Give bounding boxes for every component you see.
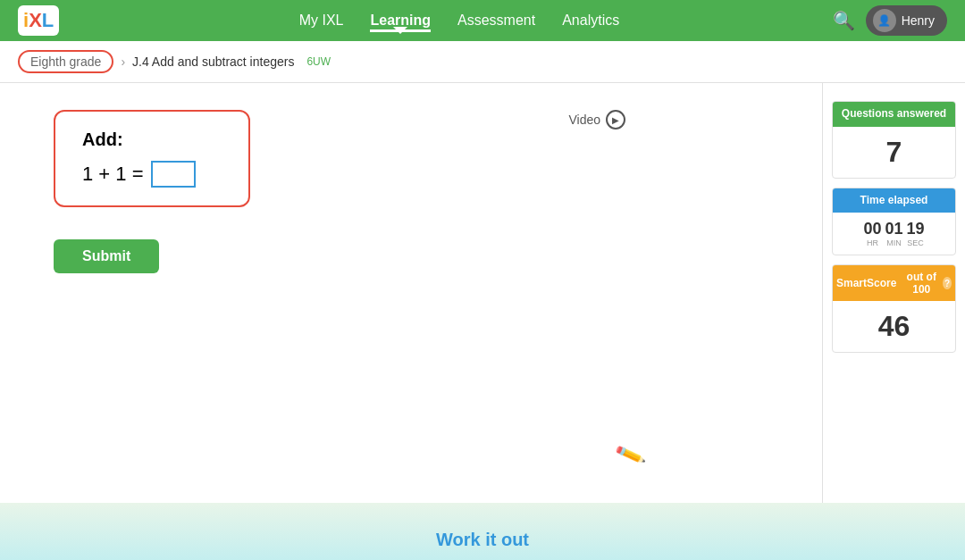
questions-answered-box: Questions answered 7	[832, 101, 956, 179]
main: Video ▶ Add: 1 + 1 = Submit ✏️ Questions…	[0, 83, 965, 503]
time-min-cell: 01 MIN	[885, 220, 902, 247]
equation-text: 1 + 1 =	[82, 163, 144, 186]
breadcrumb-code: 6UW	[306, 55, 331, 68]
user-menu-button[interactable]: 👤 Henry	[866, 5, 947, 36]
question-equation: 1 + 1 =	[82, 161, 222, 188]
nav-item-myixl: My IXL	[299, 13, 344, 29]
search-button[interactable]: 🔍	[833, 10, 855, 31]
video-play-icon: ▶	[606, 110, 625, 130]
avatar: 👤	[873, 9, 896, 32]
sidebar: Questions answered 7 Time elapsed 00 HR …	[822, 83, 965, 503]
username: Henry	[902, 13, 935, 28]
smartscore-box: SmartScore out of 100 ? 46	[832, 264, 956, 353]
nav-link-analytics[interactable]: Analytics	[562, 13, 619, 28]
question-label: Add:	[82, 130, 222, 150]
time-hr-value: 00	[863, 220, 881, 238]
logo[interactable]: i X L	[18, 5, 59, 36]
breadcrumb-grade[interactable]: Eighth grade	[18, 50, 113, 73]
work-it-out-section: Work it out Not feeling ready yet? These…	[0, 503, 965, 560]
nav: My IXL Learning Assessment Analytics	[86, 13, 832, 29]
time-hr-label: HR	[863, 238, 881, 247]
content-area: Video ▶ Add: 1 + 1 = Submit ✏️	[0, 83, 822, 503]
nav-link-assessment[interactable]: Assessment	[457, 13, 535, 28]
time-values: 00 HR 01 MIN 19 SEC	[833, 213, 955, 255]
nav-item-analytics: Analytics	[562, 13, 619, 29]
time-sec-value: 19	[907, 220, 925, 238]
breadcrumb: Eighth grade › J.4 Add and subtract inte…	[0, 41, 965, 83]
answer-input[interactable]	[151, 161, 196, 188]
smartscore-header: SmartScore out of 100 ?	[833, 265, 955, 301]
breadcrumb-separator: ›	[121, 54, 125, 69]
smartscore-label: SmartScore	[836, 277, 896, 289]
video-link[interactable]: Video ▶	[568, 110, 625, 130]
question-box: Add: 1 + 1 =	[54, 110, 250, 207]
smartscore-value: 46	[833, 301, 955, 352]
nav-link-myixl[interactable]: My IXL	[299, 13, 344, 28]
submit-button[interactable]: Submit	[54, 239, 159, 273]
time-min-value: 01	[885, 220, 902, 238]
time-sec-label: SEC	[907, 238, 925, 247]
edit-icon[interactable]: ✏️	[613, 439, 647, 472]
nav-item-learning: Learning	[370, 13, 431, 29]
time-min-label: MIN	[885, 238, 902, 247]
breadcrumb-section: J.4 Add and subtract integers	[132, 54, 294, 69]
questions-answered-value: 7	[833, 127, 955, 178]
nav-active-indicator	[393, 27, 407, 34]
smartscore-help-icon[interactable]: ?	[943, 277, 952, 289]
header: i X L My IXL Learning Assessment Analyti…	[0, 0, 965, 41]
video-label: Video	[568, 113, 600, 127]
time-hr-cell: 00 HR	[863, 220, 881, 247]
time-sec-cell: 19 SEC	[907, 220, 925, 247]
smartscore-sub: out of 100	[903, 271, 939, 296]
time-elapsed-header: Time elapsed	[833, 188, 955, 213]
header-right: 🔍 👤 Henry	[833, 5, 947, 36]
nav-item-assessment: Assessment	[457, 13, 535, 29]
questions-answered-header: Questions answered	[833, 102, 955, 127]
logo-l: L	[42, 9, 54, 32]
work-it-out-title: Work it out	[18, 530, 947, 550]
logo-x: X	[29, 9, 42, 32]
time-elapsed-box: Time elapsed 00 HR 01 MIN 19 SEC	[832, 188, 956, 256]
